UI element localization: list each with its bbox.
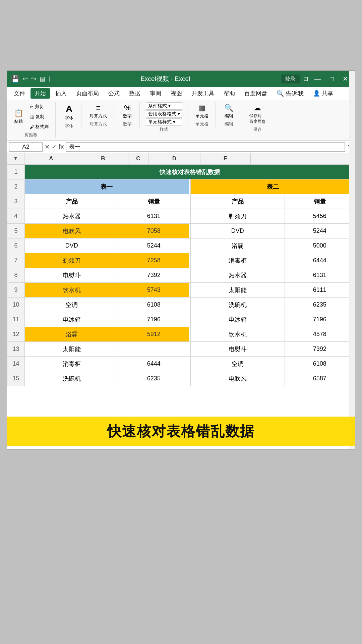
col-header-a[interactable]: A	[24, 153, 78, 164]
menu-formula[interactable]: 公式	[104, 88, 124, 99]
t2-r4-sales[interactable]: 5456	[285, 209, 355, 224]
table-one-header[interactable]: 表一	[25, 179, 189, 194]
t1-r7-sales[interactable]: 7258	[119, 253, 189, 268]
copy-button[interactable]: ⿻ 复制	[28, 112, 51, 121]
menu-home[interactable]: 开始	[31, 88, 50, 99]
undo-icon[interactable]: ↩	[23, 75, 28, 83]
big-title-cell[interactable]: 快速核对表格错乱数据	[25, 165, 355, 179]
t1-r8-product[interactable]: 电熨斗	[25, 268, 119, 283]
table-row: 9 饮水机 5743 太阳能 6111	[7, 283, 355, 298]
col-header-b[interactable]: B	[78, 153, 128, 164]
t1-r5-sales[interactable]: 7058	[119, 224, 189, 238]
cut-button[interactable]: ✂ 剪切	[28, 102, 51, 111]
t2-r12-product[interactable]: 饮水机	[191, 327, 285, 342]
t2-r15-sales[interactable]: 6587	[285, 371, 355, 386]
menu-developer[interactable]: 开发工具	[187, 88, 218, 99]
table-row: 2 表一 表二	[7, 179, 355, 194]
formula-input[interactable]: 表一	[66, 142, 345, 152]
menu-page-layout[interactable]: 页面布局	[72, 88, 103, 99]
t2-r8-product[interactable]: 热水器	[191, 268, 285, 283]
t1-r11-sales[interactable]: 7196	[119, 312, 189, 327]
number-button[interactable]: % 数字	[120, 102, 135, 120]
menu-baidu[interactable]: 百度网盘	[240, 88, 271, 99]
menu-view[interactable]: 视图	[167, 88, 186, 99]
t2-r5-sales[interactable]: 5244	[285, 224, 355, 238]
t2-r7-product[interactable]: 消毒柜	[191, 253, 285, 268]
t1-r14-product[interactable]: 消毒柜	[25, 357, 119, 371]
t2-r4-product[interactable]: 剃须刀	[191, 209, 285, 224]
t1-r8-sales[interactable]: 7392	[119, 268, 189, 283]
menu-review[interactable]: 审阅	[146, 88, 165, 99]
t1-r15-sales[interactable]: 6235	[119, 371, 189, 386]
paste-button[interactable]: 📋 粘贴	[11, 108, 26, 126]
t2-r14-sales[interactable]: 6108	[285, 357, 355, 371]
t2-r14-product[interactable]: 空调	[191, 357, 285, 371]
t2-r6-product[interactable]: 浴霸	[191, 238, 285, 253]
redo-icon[interactable]: ↪	[31, 75, 36, 83]
t1-r11-product[interactable]: 电冰箱	[25, 312, 119, 327]
menu-search[interactable]: 🔍 告诉我	[273, 88, 308, 99]
t2-r13-sales[interactable]: 7392	[285, 342, 355, 357]
t1-r13-product[interactable]: 太阳能	[25, 342, 119, 357]
t2-r9-product[interactable]: 太阳能	[191, 283, 285, 298]
t1-r10-product[interactable]: 空调	[25, 298, 119, 312]
t2-r11-product[interactable]: 电冰箱	[191, 312, 285, 327]
font-button[interactable]: A 字体	[62, 102, 76, 122]
t1-r6-product[interactable]: DVD	[25, 238, 119, 253]
vertical-scrollbar[interactable]	[349, 71, 355, 449]
align-button[interactable]: ≡ 对齐方式	[87, 102, 109, 120]
col-header-d[interactable]: D	[148, 153, 200, 164]
customize-icon[interactable]: ▤	[40, 75, 45, 83]
menu-help[interactable]: 帮助	[220, 88, 239, 99]
t2-r9-sales[interactable]: 6111	[285, 283, 355, 298]
t2-r13-product[interactable]: 电熨斗	[191, 342, 285, 357]
col-header-e[interactable]: E	[200, 153, 251, 164]
t1-r4-sales[interactable]: 6131	[119, 209, 189, 224]
maximize-button[interactable]: □	[327, 74, 337, 84]
table-two-header[interactable]: 表二	[191, 179, 355, 194]
col-header-c[interactable]: C	[128, 153, 148, 164]
menu-data[interactable]: 数据	[125, 88, 144, 99]
cell-style-button[interactable]: 单元格样式 ▾	[146, 118, 182, 126]
menu-insert[interactable]: 插入	[51, 88, 71, 99]
login-button[interactable]: 登录	[281, 74, 300, 84]
insert-function-icon[interactable]: fx	[59, 143, 64, 151]
t2-r7-sales[interactable]: 6444	[285, 253, 355, 268]
row-num-3: 3	[7, 194, 25, 209]
save-icon[interactable]: 💾	[11, 75, 19, 83]
t1-r4-product[interactable]: 热水器	[25, 209, 119, 224]
t2-r8-sales[interactable]: 6131	[285, 268, 355, 283]
t2-r10-product[interactable]: 洗碗机	[191, 298, 285, 312]
t1-r9-sales[interactable]: 5743	[119, 283, 189, 298]
t2-r6-sales[interactable]: 5000	[285, 238, 355, 253]
t1-r5-product[interactable]: 电吹风	[25, 224, 119, 238]
t2-r5-product[interactable]: DVD	[191, 224, 285, 238]
format-paint-label: 格式刷	[36, 124, 49, 130]
t1-r6-sales[interactable]: 5244	[119, 238, 189, 253]
t1-r13-sales[interactable]	[119, 342, 189, 357]
t1-r12-product[interactable]: 浴霸	[25, 327, 119, 342]
table-format-button[interactable]: 套用表格格式 ▾	[146, 110, 182, 118]
save-baidu-button[interactable]: ☁ 保存到百度网盘	[247, 102, 267, 126]
t1-r14-sales[interactable]: 6444	[119, 357, 189, 371]
restore-icon[interactable]: ⊡	[303, 75, 308, 83]
format-paint-button[interactable]: 🖌 格式刷	[28, 122, 51, 131]
edit-button[interactable]: 🔍 编辑	[222, 102, 236, 120]
t1-r12-sales[interactable]: 5912	[119, 327, 189, 342]
t1-r15-product[interactable]: 洗碗机	[25, 371, 119, 386]
t2-r12-sales[interactable]: 4578	[285, 327, 355, 342]
confirm-formula-icon[interactable]: ✓	[52, 143, 57, 151]
cell-button[interactable]: ▦ 单元格	[193, 102, 210, 120]
t1-r7-product[interactable]: 剃须刀	[25, 253, 119, 268]
conditional-format-button[interactable]: 条件格式 ▾	[146, 102, 182, 110]
t1-r9-product[interactable]: 饮水机	[25, 283, 119, 298]
t2-r15-product[interactable]: 电吹风	[191, 371, 285, 386]
minimize-button[interactable]: —	[312, 74, 324, 84]
t1-r10-sales[interactable]: 6108	[119, 298, 189, 312]
menu-share[interactable]: 👤 共享	[309, 88, 337, 99]
cancel-formula-icon[interactable]: ✕	[45, 143, 50, 151]
cell-reference[interactable]: A2	[9, 142, 43, 152]
menu-file[interactable]: 文件	[10, 88, 29, 99]
t2-r11-sales[interactable]: 7196	[285, 312, 355, 327]
t2-r10-sales[interactable]: 6235	[285, 298, 355, 312]
